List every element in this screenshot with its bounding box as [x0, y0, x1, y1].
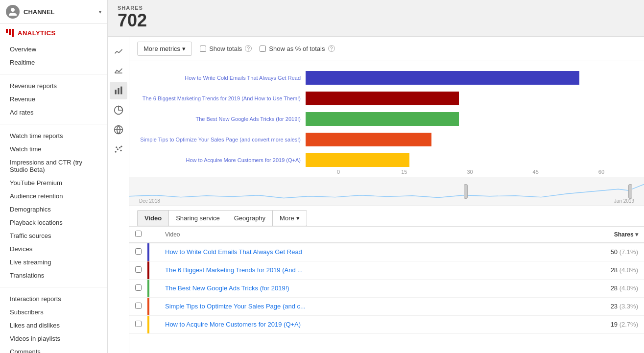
table-row: How to Acquire More Customers for 2019 (… — [129, 315, 644, 333]
bar-track — [306, 71, 634, 85]
sidebar-item-impressions-ctr[interactable]: Impressions and CTR (try Studio Beta) — [0, 156, 107, 176]
row-checkbox[interactable] — [135, 303, 142, 309]
analytics-label: ANALYTICS — [0, 24, 107, 40]
pie-chart-icon[interactable] — [110, 101, 127, 119]
show-totals-checkbox-label[interactable]: Show totals ? — [200, 45, 252, 52]
svg-point-10 — [120, 145, 122, 147]
sidebar-item-comments[interactable]: Comments — [0, 345, 107, 353]
timeline-handle-left[interactable] — [464, 184, 468, 199]
chart-area-wrapper: More metrics ▾ Show totals ? Show as % o… — [108, 37, 644, 353]
sidebar-item-watch-time-reports[interactable]: Watch time reports — [0, 129, 107, 142]
sidebar-item-devices[interactable]: Devices — [0, 242, 107, 256]
sidebar-item-translations[interactable]: Translations — [0, 269, 107, 282]
sidebar-item-traffic-sources[interactable]: Traffic sources — [0, 229, 107, 242]
analytics-icon — [6, 29, 14, 37]
channel-header[interactable]: CHANNEL ▾ — [0, 0, 107, 24]
shares-value: 702 — [118, 11, 634, 30]
sidebar-interaction-section: Interaction reports Subscribers Likes an… — [0, 289, 107, 353]
row-shares: 28 (4.0%) — [545, 261, 644, 279]
bar-label[interactable]: How to Acquire More Customers for 2019 (… — [139, 157, 301, 163]
bar-label[interactable]: Simple Tips to Optimize Your Sales Page … — [139, 137, 301, 142]
show-pct-help-icon[interactable]: ? — [328, 45, 335, 52]
bar-fill — [306, 71, 579, 85]
row-checkbox[interactable] — [135, 248, 142, 255]
sidebar-item-realtime[interactable]: Realtime — [0, 56, 107, 69]
line-chart-icon[interactable] — [110, 43, 127, 60]
tab-sharing-service[interactable]: Sharing service — [168, 210, 227, 226]
sidebar-watchtime-section: Watch time reports Watch time Impression… — [0, 126, 107, 285]
bar-track — [306, 133, 634, 146]
video-link[interactable]: The Best New Google Ads Tricks (for 2019… — [165, 284, 289, 292]
svg-rect-1 — [115, 90, 116, 94]
bar-label[interactable]: The Best New Google Ads Tricks (for 2019… — [139, 116, 301, 122]
sort-arrow-icon: ▾ — [635, 231, 638, 238]
row-checkbox[interactable] — [135, 321, 142, 327]
show-pct-checkbox[interactable] — [260, 46, 266, 52]
row-video-title: The Best New Google Ads Tricks (for 2019… — [159, 279, 545, 297]
tab-geography[interactable]: Geography — [227, 210, 272, 226]
sidebar-item-revenue[interactable]: Revenue — [0, 93, 107, 106]
th-shares[interactable]: Shares ▾ — [545, 227, 644, 243]
area-chart-icon[interactable] — [110, 62, 127, 80]
show-pct-checkbox-label[interactable]: Show as % of totals ? — [260, 45, 334, 52]
dropdown-arrow-icon: ▾ — [182, 45, 186, 52]
timeline-handle-right[interactable] — [628, 184, 632, 199]
sidebar-item-revenue-reports[interactable]: Revenue reports — [0, 79, 107, 93]
sidebar-item-youtube-premium[interactable]: YouTube Premium — [0, 176, 107, 189]
row-color-indicator — [147, 316, 149, 333]
row-color-bar — [147, 297, 159, 315]
sidebar-item-subscribers[interactable]: Subscribers — [0, 306, 107, 319]
show-totals-help-icon[interactable]: ? — [245, 45, 252, 52]
bar-fill — [306, 153, 409, 167]
sidebar-item-demographics[interactable]: Demographics — [0, 203, 107, 216]
sidebar-item-overview[interactable]: Overview — [0, 43, 107, 56]
svg-rect-3 — [120, 86, 122, 94]
sidebar-item-likes-dislikes[interactable]: Likes and dislikes — [0, 319, 107, 332]
sidebar-item-ad-rates[interactable]: Ad rates — [0, 106, 107, 119]
tab-video[interactable]: Video — [137, 210, 168, 226]
sidebar-item-watch-time[interactable]: Watch time — [0, 142, 107, 156]
sidebar-item-audience-retention[interactable]: Audience retention — [0, 189, 107, 203]
row-checkbox[interactable] — [135, 284, 142, 291]
th-checkbox — [129, 227, 147, 243]
bar-fill — [306, 112, 459, 126]
x-label: 60 — [569, 169, 634, 175]
row-checkbox-cell — [129, 297, 147, 315]
row-color-bar — [147, 279, 159, 297]
row-checkbox[interactable] — [135, 266, 142, 273]
table-body: How to Write Cold Emails That Always Get… — [129, 243, 644, 334]
bar-label[interactable]: The 6 Biggest Marketing Trends for 2019 … — [139, 95, 301, 101]
show-totals-checkbox[interactable] — [200, 46, 206, 52]
video-link[interactable]: How to Write Cold Emails That Always Get… — [165, 248, 302, 256]
bar-chart-icon[interactable] — [110, 82, 127, 99]
video-link[interactable]: Simple Tips to Optimize Your Sales Page … — [165, 303, 306, 310]
bar-label[interactable]: How to Write Cold Emails That Always Get… — [139, 75, 301, 81]
sidebar-item-videos-playlists[interactable]: Videos in playlists — [0, 332, 107, 345]
mini-timeline[interactable]: Dec 2018 Jan 2019 — [129, 177, 644, 206]
row-color-indicator — [147, 261, 149, 279]
select-all-checkbox[interactable] — [135, 231, 142, 237]
scatter-icon[interactable] — [110, 141, 127, 158]
row-color-bar — [147, 315, 159, 333]
bar-row: The 6 Biggest Marketing Trends for 2019 … — [139, 92, 634, 105]
sidebar-item-interaction-reports[interactable]: Interaction reports — [0, 292, 107, 306]
sidebar-item-live-streaming[interactable]: Live streaming — [0, 256, 107, 269]
tab-more[interactable]: More ▾ — [272, 210, 307, 226]
video-link[interactable]: The 6 Biggest Marketing Trends for 2019 … — [165, 266, 303, 274]
bar-row: The Best New Google Ads Tricks (for 2019… — [139, 112, 634, 126]
shares-label: SHARES — [118, 5, 634, 11]
bar-fill — [306, 92, 459, 105]
main-content: SHARES 702 — [108, 0, 644, 353]
bar-track — [306, 153, 634, 167]
shares-stats: SHARES 702 — [108, 0, 644, 37]
row-shares: 23 (3.3%) — [545, 297, 644, 315]
globe-icon[interactable] — [110, 121, 127, 139]
row-video-title: How to Write Cold Emails That Always Get… — [159, 243, 545, 261]
sidebar-revenue-section: Revenue reports Revenue Ad rates — [0, 76, 107, 122]
video-link[interactable]: How to Acquire More Customers for 2019 (… — [165, 321, 301, 328]
more-metrics-button[interactable]: More metrics ▾ — [137, 42, 192, 56]
table-row: The 6 Biggest Marketing Trends for 2019 … — [129, 261, 644, 279]
sidebar-item-playback-locations[interactable]: Playback locations — [0, 216, 107, 229]
table-row: The Best New Google Ads Tricks (for 2019… — [129, 279, 644, 297]
bar-fill — [306, 133, 431, 146]
